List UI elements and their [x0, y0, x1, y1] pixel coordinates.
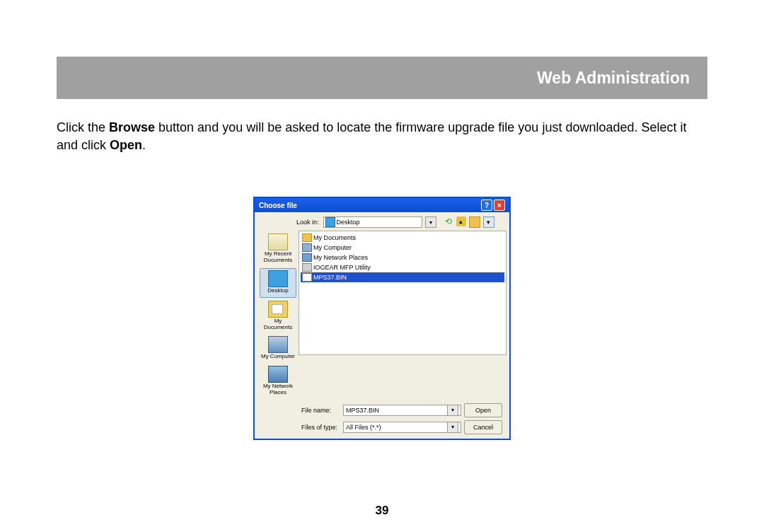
file-label: IOGEAR MFP Utility — [313, 264, 371, 272]
file-label: My Computer — [313, 244, 352, 252]
header-bar: Web Administration — [57, 57, 707, 99]
instruction-text: Click the Browse button and you will be … — [57, 119, 707, 154]
lookin-dropdown[interactable]: Desktop — [323, 216, 422, 228]
sidebar-item-desktop[interactable]: Desktop — [260, 268, 296, 298]
sidebar-item-label: My Network Places — [263, 383, 293, 395]
list-item[interactable]: IOGEAR MFP Utility — [301, 262, 504, 272]
lookin-dropdown-button[interactable]: ▾ — [425, 216, 436, 228]
folder-icon — [302, 233, 312, 242]
filename-input[interactable]: MPS37.BIN ▾ — [343, 405, 461, 416]
filetype-dropdown-button[interactable]: ▾ — [447, 422, 458, 433]
instruction-open: Open — [110, 138, 142, 152]
open-button[interactable]: Open — [464, 403, 502, 417]
instruction-browse: Browse — [109, 120, 155, 134]
file-label: My Network Places — [313, 254, 368, 262]
sidebar-item-label: My Documents — [264, 318, 292, 330]
help-icon[interactable]: ? — [481, 200, 492, 211]
choose-file-dialog: Choose file ? × Look in: Desktop ▾ ⟲ — [253, 197, 511, 439]
mydocs-icon — [268, 301, 288, 318]
filetype-value: All Files (*.*) — [346, 424, 381, 431]
mycomputer-icon — [268, 336, 288, 353]
filetype-input[interactable]: All Files (*.*) ▾ — [343, 422, 461, 433]
sidebar-item-label: My Computer — [261, 353, 295, 359]
sidebar-item-network[interactable]: My Network Places — [260, 364, 296, 399]
dialog-titlebar: Choose file ? × — [255, 198, 509, 212]
lookin-value: Desktop — [337, 219, 360, 226]
file-list-pane[interactable]: My Documents My Computer My Network Plac… — [299, 231, 507, 355]
lookin-label: Look in: — [296, 219, 319, 226]
recent-docs-icon — [268, 233, 288, 250]
desktop-places-icon — [268, 270, 288, 287]
instruction-post: . — [142, 138, 146, 152]
filename-label: File name: — [301, 407, 340, 414]
sidebar-item-recent[interactable]: My Recent Documents — [260, 232, 296, 267]
nav-viewmenu-icon[interactable]: ▾ — [483, 216, 494, 228]
cancel-button[interactable]: Cancel — [464, 420, 502, 434]
list-item[interactable]: My Computer — [301, 243, 504, 253]
file-label: MPS37.BIN — [313, 274, 347, 282]
file-label: My Documents — [313, 234, 356, 242]
network-places-icon — [268, 366, 288, 383]
filename-dropdown-button[interactable]: ▾ — [447, 405, 458, 416]
nav-newfolder-icon[interactable] — [469, 216, 480, 228]
dialog-title-text: Choose file — [259, 202, 297, 209]
page-title: Web Administration — [537, 69, 690, 88]
app-icon — [302, 263, 312, 272]
places-sidebar: My Recent Documents Desktop My Documents — [257, 231, 299, 400]
list-item[interactable]: My Network Places — [301, 253, 504, 262]
desktop-icon — [325, 217, 335, 227]
page-number: 39 — [0, 504, 764, 518]
list-item[interactable]: My Documents — [301, 233, 504, 243]
nav-back-icon[interactable]: ⟲ — [444, 216, 453, 226]
network-icon — [302, 253, 312, 262]
filename-value: MPS37.BIN — [346, 407, 379, 414]
nav-up-icon[interactable]: ▴ — [456, 216, 466, 226]
sidebar-item-label: Desktop — [267, 287, 288, 294]
filetype-label: Files of type: — [301, 424, 340, 431]
computer-icon — [302, 243, 312, 252]
list-item-selected[interactable]: MPS37.BIN — [301, 272, 504, 282]
close-icon[interactable]: × — [494, 200, 505, 211]
file-icon — [302, 273, 312, 282]
instruction-pre: Click the — [57, 120, 109, 134]
sidebar-item-mydocs[interactable]: My Documents — [260, 299, 296, 334]
sidebar-item-mycomputer[interactable]: My Computer — [260, 335, 296, 363]
sidebar-item-label: My Recent Documents — [264, 250, 292, 263]
